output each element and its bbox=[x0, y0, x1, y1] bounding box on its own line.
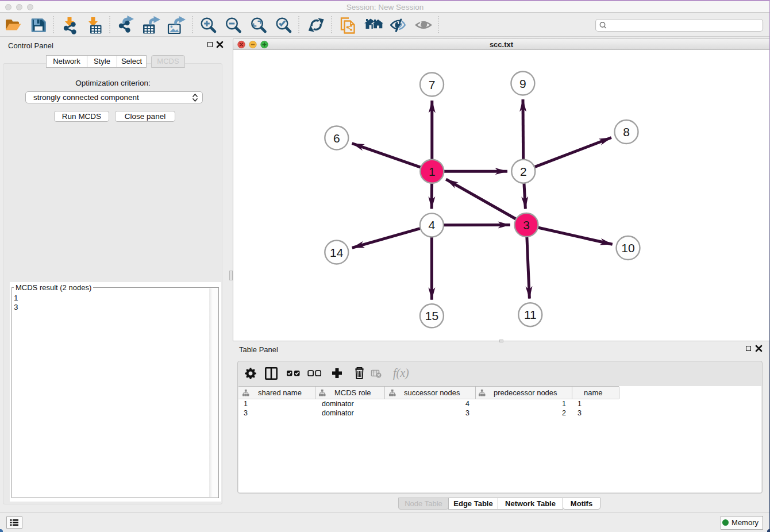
svg-text:1: 1 bbox=[244, 400, 248, 408]
svg-text:1: 1 bbox=[562, 400, 566, 408]
svg-text:dominator: dominator bbox=[322, 400, 354, 408]
svg-text:3: 3 bbox=[244, 409, 248, 417]
svg-text:6: 6 bbox=[333, 132, 340, 145]
svg-text:predecessor nodes: predecessor nodes bbox=[494, 388, 557, 397]
svg-text:2: 2 bbox=[562, 409, 566, 417]
svg-text:4: 4 bbox=[429, 218, 436, 232]
svg-text:15: 15 bbox=[425, 309, 438, 322]
svg-text:MCDS role: MCDS role bbox=[334, 388, 371, 397]
svg-text:7: 7 bbox=[429, 78, 436, 91]
svg-text:f(x): f(x) bbox=[393, 367, 409, 380]
svg-text:1: 1 bbox=[429, 165, 436, 178]
svg-text:3: 3 bbox=[578, 409, 582, 417]
svg-text:dominator: dominator bbox=[322, 409, 354, 417]
svg-text:1: 1 bbox=[578, 400, 582, 408]
svg-text:name: name bbox=[584, 388, 603, 397]
svg-text:shared name: shared name bbox=[258, 388, 302, 397]
svg-text:14: 14 bbox=[330, 246, 344, 259]
svg-text:successor nodes: successor nodes bbox=[404, 388, 460, 397]
svg-text:8: 8 bbox=[623, 125, 630, 138]
svg-text:9: 9 bbox=[519, 77, 526, 90]
svg-text:3: 3 bbox=[523, 218, 530, 232]
svg-text:2: 2 bbox=[520, 165, 527, 178]
svg-text:4: 4 bbox=[465, 400, 469, 408]
svg-text:11: 11 bbox=[524, 308, 537, 321]
svg-text:10: 10 bbox=[621, 241, 634, 255]
svg-text:3: 3 bbox=[465, 409, 469, 417]
